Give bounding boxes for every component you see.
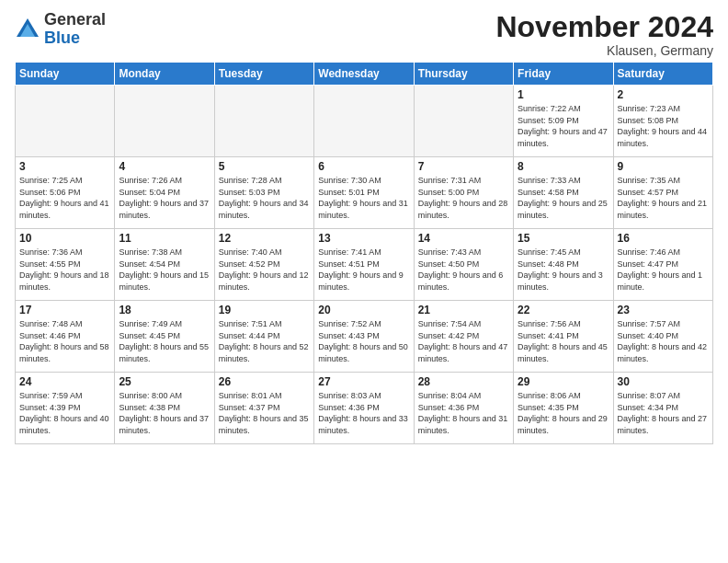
day-number: 4 [119, 160, 210, 173]
day-info: Sunrise: 7:36 AM Sunset: 4:55 PM Dayligh… [19, 247, 110, 293]
calendar-cell: 2Sunrise: 7:23 AM Sunset: 5:08 PM Daylig… [613, 86, 712, 157]
day-info: Sunrise: 7:54 AM Sunset: 4:42 PM Dayligh… [418, 318, 509, 364]
calendar-cell: 24Sunrise: 7:59 AM Sunset: 4:39 PM Dayli… [16, 373, 115, 444]
day-number: 28 [418, 375, 509, 388]
day-number: 26 [219, 375, 310, 388]
weekday-header-tuesday: Tuesday [214, 63, 313, 86]
day-info: Sunrise: 7:38 AM Sunset: 4:54 PM Dayligh… [119, 247, 210, 293]
calendar-cell: 12Sunrise: 7:40 AM Sunset: 4:52 PM Dayli… [214, 229, 313, 301]
day-number: 18 [119, 304, 210, 316]
day-number: 27 [318, 375, 409, 388]
day-info: Sunrise: 7:33 AM Sunset: 4:58 PM Dayligh… [518, 175, 609, 221]
day-info: Sunrise: 7:41 AM Sunset: 4:51 PM Dayligh… [318, 247, 409, 293]
calendar-cell: 4Sunrise: 7:26 AM Sunset: 5:04 PM Daylig… [115, 157, 214, 229]
day-number: 29 [518, 375, 609, 388]
day-info: Sunrise: 8:01 AM Sunset: 4:37 PM Dayligh… [219, 390, 310, 436]
logo-text: General Blue [44, 11, 106, 48]
header: General Blue November 2024 Klausen, Germ… [15, 11, 713, 58]
calendar-week-4: 17Sunrise: 7:48 AM Sunset: 4:46 PM Dayli… [16, 301, 713, 373]
day-number: 5 [219, 160, 310, 173]
day-info: Sunrise: 8:06 AM Sunset: 4:35 PM Dayligh… [518, 390, 609, 436]
calendar-cell: 14Sunrise: 7:43 AM Sunset: 4:50 PM Dayli… [414, 229, 513, 301]
day-info: Sunrise: 7:22 AM Sunset: 5:09 PM Dayligh… [518, 103, 609, 149]
day-number: 11 [119, 232, 210, 245]
day-info: Sunrise: 7:30 AM Sunset: 5:01 PM Dayligh… [318, 175, 409, 221]
calendar-cell: 19Sunrise: 7:51 AM Sunset: 4:44 PM Dayli… [214, 301, 313, 373]
calendar-cell: 16Sunrise: 7:46 AM Sunset: 4:47 PM Dayli… [613, 229, 712, 301]
day-number: 15 [518, 232, 609, 245]
calendar-cell: 26Sunrise: 8:01 AM Sunset: 4:37 PM Dayli… [214, 373, 313, 444]
calendar-cell: 28Sunrise: 8:04 AM Sunset: 4:36 PM Dayli… [414, 373, 513, 444]
day-info: Sunrise: 7:51 AM Sunset: 4:44 PM Dayligh… [219, 318, 310, 364]
weekday-header-wednesday: Wednesday [314, 63, 414, 86]
day-number: 20 [318, 304, 409, 316]
day-number: 21 [418, 304, 509, 316]
day-number: 10 [19, 232, 110, 245]
month-title: November 2024 [495, 11, 713, 43]
logo-icon [15, 17, 40, 42]
weekday-header-monday: Monday [115, 63, 214, 86]
day-number: 19 [219, 304, 310, 316]
day-info: Sunrise: 7:23 AM Sunset: 5:08 PM Dayligh… [618, 103, 709, 149]
calendar-week-5: 24Sunrise: 7:59 AM Sunset: 4:39 PM Dayli… [16, 373, 713, 444]
calendar-cell: 15Sunrise: 7:45 AM Sunset: 4:48 PM Dayli… [514, 229, 613, 301]
day-number: 22 [518, 304, 609, 316]
day-number: 6 [318, 160, 409, 173]
calendar-cell: 10Sunrise: 7:36 AM Sunset: 4:55 PM Dayli… [16, 229, 115, 301]
day-number: 23 [618, 304, 709, 316]
calendar-cell: 11Sunrise: 7:38 AM Sunset: 4:54 PM Dayli… [115, 229, 214, 301]
day-number: 8 [518, 160, 609, 173]
day-info: Sunrise: 7:49 AM Sunset: 4:45 PM Dayligh… [119, 318, 210, 364]
calendar-table: SundayMondayTuesdayWednesdayThursdayFrid… [15, 62, 713, 444]
logo: General Blue [15, 11, 106, 48]
day-number: 17 [19, 304, 110, 316]
day-info: Sunrise: 7:48 AM Sunset: 4:46 PM Dayligh… [19, 318, 110, 364]
calendar-cell: 29Sunrise: 8:06 AM Sunset: 4:35 PM Dayli… [514, 373, 613, 444]
calendar-cell: 9Sunrise: 7:35 AM Sunset: 4:57 PM Daylig… [613, 157, 712, 229]
calendar-cell: 7Sunrise: 7:31 AM Sunset: 5:00 PM Daylig… [414, 157, 513, 229]
calendar-cell: 23Sunrise: 7:57 AM Sunset: 4:40 PM Dayli… [613, 301, 712, 373]
calendar-cell: 27Sunrise: 8:03 AM Sunset: 4:36 PM Dayli… [314, 373, 414, 444]
logo-blue: Blue [44, 29, 80, 47]
day-info: Sunrise: 7:52 AM Sunset: 4:43 PM Dayligh… [318, 318, 409, 364]
day-info: Sunrise: 7:28 AM Sunset: 5:03 PM Dayligh… [219, 175, 310, 221]
day-info: Sunrise: 7:31 AM Sunset: 5:00 PM Dayligh… [418, 175, 509, 221]
day-number: 25 [119, 375, 210, 388]
calendar-cell [115, 86, 214, 157]
day-number: 9 [618, 160, 709, 173]
page-container: General Blue November 2024 Klausen, Germ… [0, 0, 728, 452]
day-info: Sunrise: 8:04 AM Sunset: 4:36 PM Dayligh… [418, 390, 509, 436]
day-info: Sunrise: 7:57 AM Sunset: 4:40 PM Dayligh… [618, 318, 709, 364]
day-info: Sunrise: 7:56 AM Sunset: 4:41 PM Dayligh… [518, 318, 609, 364]
day-number: 16 [618, 232, 709, 245]
calendar-week-3: 10Sunrise: 7:36 AM Sunset: 4:55 PM Dayli… [16, 229, 713, 301]
calendar-cell: 18Sunrise: 7:49 AM Sunset: 4:45 PM Dayli… [115, 301, 214, 373]
calendar-cell: 8Sunrise: 7:33 AM Sunset: 4:58 PM Daylig… [514, 157, 613, 229]
day-info: Sunrise: 7:26 AM Sunset: 5:04 PM Dayligh… [119, 175, 210, 221]
calendar-cell: 17Sunrise: 7:48 AM Sunset: 4:46 PM Dayli… [16, 301, 115, 373]
calendar-cell [414, 86, 513, 157]
calendar-cell: 3Sunrise: 7:25 AM Sunset: 5:06 PM Daylig… [16, 157, 115, 229]
calendar-cell [16, 86, 115, 157]
day-number: 24 [19, 375, 110, 388]
weekday-header-sunday: Sunday [16, 63, 115, 86]
calendar-week-1: 1Sunrise: 7:22 AM Sunset: 5:09 PM Daylig… [16, 86, 713, 157]
weekday-header-thursday: Thursday [414, 63, 513, 86]
title-block: November 2024 Klausen, Germany [495, 11, 713, 58]
location-subtitle: Klausen, Germany [495, 43, 713, 58]
day-number: 13 [318, 232, 409, 245]
calendar-body: 1Sunrise: 7:22 AM Sunset: 5:09 PM Daylig… [16, 86, 713, 444]
calendar-cell: 21Sunrise: 7:54 AM Sunset: 4:42 PM Dayli… [414, 301, 513, 373]
calendar-cell: 6Sunrise: 7:30 AM Sunset: 5:01 PM Daylig… [314, 157, 414, 229]
day-number: 12 [219, 232, 310, 245]
day-info: Sunrise: 7:46 AM Sunset: 4:47 PM Dayligh… [618, 247, 709, 293]
day-number: 3 [19, 160, 110, 173]
calendar-cell: 5Sunrise: 7:28 AM Sunset: 5:03 PM Daylig… [214, 157, 313, 229]
logo-general: General [44, 10, 106, 29]
calendar-header: SundayMondayTuesdayWednesdayThursdayFrid… [16, 63, 713, 86]
calendar-cell: 1Sunrise: 7:22 AM Sunset: 5:09 PM Daylig… [514, 86, 613, 157]
calendar-week-2: 3Sunrise: 7:25 AM Sunset: 5:06 PM Daylig… [16, 157, 713, 229]
day-info: Sunrise: 7:40 AM Sunset: 4:52 PM Dayligh… [219, 247, 310, 293]
calendar-cell: 25Sunrise: 8:00 AM Sunset: 4:38 PM Dayli… [115, 373, 214, 444]
weekday-header-friday: Friday [514, 63, 613, 86]
